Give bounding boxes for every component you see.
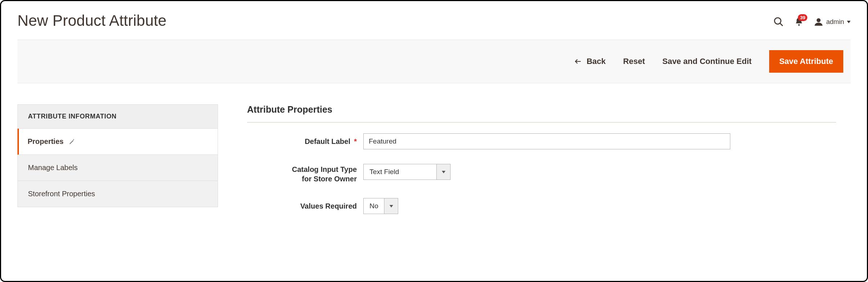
field-label: Values Required [300, 201, 357, 211]
section-title: Attribute Properties [247, 104, 836, 122]
field-default-label: Default Label * [247, 133, 836, 149]
select-toggle[interactable] [384, 198, 398, 214]
save-continue-button[interactable]: Save and Continue Edit [662, 57, 752, 66]
field-values-required: Values Required No [247, 198, 836, 214]
save-attribute-button[interactable]: Save Attribute [769, 50, 843, 73]
user-name-label: admin [826, 18, 844, 26]
back-label: Back [586, 57, 606, 66]
select-value: Text Field [364, 164, 436, 180]
notification-badge: 39 [798, 14, 807, 21]
page-header: New Product Attribute 39 admin [17, 12, 851, 29]
search-button[interactable] [773, 16, 784, 27]
sidebar-item-label: Properties [28, 137, 64, 146]
sidebar-heading: ATTRIBUTE INFORMATION [17, 104, 218, 129]
select-value: No [364, 198, 384, 214]
select-toggle[interactable] [436, 164, 450, 180]
sidebar-item-storefront-properties[interactable]: Storefront Properties [17, 181, 218, 207]
sidebar-item-label: Storefront Properties [28, 190, 95, 198]
field-label: Catalog Input Typefor Store Owner [292, 165, 357, 184]
chevron-down-icon [847, 21, 851, 23]
notifications-button[interactable]: 39 [794, 17, 804, 27]
reset-button[interactable]: Reset [623, 57, 645, 66]
default-label-input[interactable] [363, 133, 730, 149]
action-toolbar: Back Reset Save and Continue Edit Save A… [17, 40, 851, 83]
back-button[interactable]: Back [574, 57, 606, 66]
field-label: Default Label [305, 137, 351, 146]
sidebar: ATTRIBUTE INFORMATION Properties Manage … [17, 104, 218, 229]
user-menu[interactable]: admin [814, 17, 851, 27]
sidebar-item-properties[interactable]: Properties [17, 129, 218, 155]
search-icon [773, 16, 784, 27]
sidebar-item-manage-labels[interactable]: Manage Labels [17, 155, 218, 181]
svg-line-1 [780, 23, 783, 26]
sidebar-item-label: Manage Labels [28, 164, 78, 172]
svg-point-3 [817, 18, 821, 22]
required-star-icon: * [354, 137, 357, 146]
field-input-type: Catalog Input Typefor Store Owner Text F… [247, 164, 836, 184]
pencil-icon [69, 138, 75, 145]
arrow-left-icon [574, 57, 582, 65]
input-type-select[interactable]: Text Field [363, 164, 451, 180]
user-icon [814, 17, 823, 27]
svg-point-2 [798, 24, 800, 26]
values-required-select[interactable]: No [363, 198, 398, 214]
svg-point-0 [775, 18, 781, 24]
chevron-down-icon [442, 171, 445, 173]
page-title: New Product Attribute [17, 12, 166, 29]
chevron-down-icon [389, 205, 393, 208]
main-content: Attribute Properties Default Label * Cat… [247, 104, 851, 229]
